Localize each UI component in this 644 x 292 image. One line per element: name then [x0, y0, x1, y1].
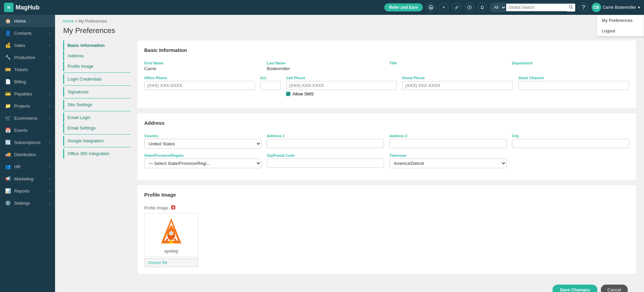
country-select[interactable]: United States Canada United Kingdom Aust…: [144, 139, 261, 149]
first-name-value: Carrie: [144, 66, 261, 71]
office-phone-label: Office Phone: [144, 76, 255, 80]
content-area: Home » My Preferences My Preferences Bas…: [55, 15, 644, 292]
slack-channel-label: Slack Channel: [518, 76, 629, 80]
search-input[interactable]: [506, 4, 567, 11]
zip-label: Zip/Postal Code: [267, 153, 384, 157]
sidebar-item-tickets[interactable]: 🎫 Tickets: [0, 63, 55, 76]
basic-info-row-2: Office Phone Ext. Cell Phone: [144, 76, 629, 96]
sidebar-item-marketing[interactable]: 📢 Marketing ›: [0, 173, 55, 185]
sidebar-item-ecommerce[interactable]: 🛒 Ecommerce ›: [0, 112, 55, 124]
sidebar-item-distribution[interactable]: 🚚 Distribution: [0, 148, 55, 160]
left-nav-site-settings[interactable]: Site Settings: [63, 100, 131, 110]
sidebar-label-home: Home: [14, 19, 26, 24]
left-nav-login-credentials[interactable]: Login Credentials: [63, 74, 131, 84]
left-nav-address[interactable]: Address: [63, 51, 131, 61]
breadcrumb-current: My Preferences: [78, 19, 107, 24]
sidebar-label-subscriptions: Subscriptions: [14, 140, 41, 145]
sidebar-item-billing[interactable]: 📄 Billing: [0, 76, 55, 88]
ext-input[interactable]: [260, 81, 281, 90]
chevron-right-icon: ›: [49, 177, 50, 181]
sidebar-item-home[interactable]: 🏠 Home: [0, 15, 55, 27]
slack-channel-input[interactable]: [518, 81, 629, 90]
sidebar-item-events[interactable]: 📅 Events: [0, 124, 55, 136]
office-phone-input[interactable]: [144, 81, 255, 90]
my-preferences-menu-item[interactable]: My Preferences: [597, 15, 644, 26]
add-icon[interactable]: +: [439, 3, 448, 12]
sidebar-item-reports[interactable]: 📊 Reports ›: [0, 185, 55, 197]
save-changes-button[interactable]: Save Changes: [552, 285, 597, 292]
logout-menu-item[interactable]: Logout: [597, 26, 644, 36]
distribution-icon: 🚚: [5, 152, 11, 157]
address-title: Address: [144, 120, 629, 128]
address2-input[interactable]: [389, 139, 507, 148]
zip-input[interactable]: [267, 158, 384, 168]
bell-icon[interactable]: [478, 3, 487, 12]
allow-sms-row: Allow SMS: [286, 91, 397, 96]
sidebar-item-contacts[interactable]: 👤 Contacts ›: [0, 27, 55, 39]
link-icon[interactable]: 🔗: [452, 3, 461, 12]
left-nav-profile-image[interactable]: Profile Image: [63, 61, 131, 71]
settings-icon: ⚙️: [5, 200, 11, 206]
address2-label: Address 2: [389, 134, 507, 138]
sidebar-label-contacts: Contacts: [14, 31, 31, 36]
search-category-select[interactable]: All: [491, 3, 506, 11]
svg-line-11: [572, 8, 573, 9]
last-name-label: Last Name: [267, 61, 384, 65]
basic-info-title: Basic Information: [144, 47, 629, 56]
left-nav-google-integration[interactable]: Google Integration: [63, 136, 131, 146]
city-group: City: [512, 134, 629, 149]
svg-text:★: ★: [430, 6, 432, 9]
sidebar-item-settings[interactable]: ⚙️ Settings ›: [0, 197, 55, 209]
clock-icon[interactable]: [465, 3, 474, 12]
left-nav-email-settings[interactable]: Email Settings: [63, 123, 131, 133]
timezone-select[interactable]: America/Detroit America/Chicago America/…: [389, 158, 507, 168]
allow-sms-checkbox[interactable]: [286, 92, 290, 96]
chevron-right-icon: ›: [49, 165, 50, 169]
left-nav-basic-info[interactable]: Basic Information: [63, 40, 131, 50]
sidebar-label-events: Events: [14, 128, 28, 133]
department-label: Department: [512, 61, 629, 65]
title-group: Title: [389, 61, 507, 71]
state-label: State/Province/Region: [144, 153, 261, 157]
address1-input[interactable]: [267, 139, 384, 148]
notifications-icon[interactable]: ★: [426, 3, 436, 12]
ext-label: Ext.: [260, 76, 281, 80]
address1-label: Address 1: [267, 134, 384, 138]
chevron-right-icon: ›: [49, 43, 50, 47]
sidebar-item-projects[interactable]: 📁 Projects ›: [0, 100, 55, 112]
city-input[interactable]: [512, 139, 629, 148]
choose-file-button[interactable]: choose file: [144, 258, 198, 267]
breadcrumb-home-link[interactable]: Home: [63, 19, 74, 24]
sidebar-item-sales[interactable]: 💰 Sales ›: [0, 39, 55, 51]
cell-phone-input[interactable]: [286, 81, 397, 90]
sidebar-item-subscriptions[interactable]: 🔄 Subscriptions ›: [0, 136, 55, 148]
refer-earn-button[interactable]: Refer and Earn: [384, 3, 422, 11]
basic-info-section: Basic Information First Name Carrie Last…: [137, 40, 636, 108]
left-nav-email-login[interactable]: Email Login: [63, 113, 131, 122]
left-nav-section-5: Google Integration: [63, 136, 131, 146]
state-select[interactable]: — Select State/Province/Regi...: [144, 158, 261, 168]
home-phone-input[interactable]: [402, 81, 513, 90]
profile-img-label: Profile Image: [144, 206, 168, 210]
left-nav-divider-2: [63, 85, 131, 86]
chevron-right-icon: ›: [49, 141, 50, 144]
user-menu-button[interactable]: CB Carrie Bodenmiller ▾: [592, 3, 640, 12]
logo: M MagHub: [4, 3, 40, 12]
delete-image-button[interactable]: 🗑: [171, 205, 176, 211]
sidebar-label-settings: Settings: [14, 201, 30, 206]
search-button[interactable]: [567, 4, 575, 11]
left-nav-office365[interactable]: Office 365 Integration: [63, 149, 131, 158]
sidebar-label-production: Production: [14, 55, 35, 60]
country-label: Country: [144, 134, 261, 138]
svg-line-8: [469, 7, 470, 8]
left-nav-signatures[interactable]: Signatures: [63, 87, 131, 97]
sidebar-item-payables[interactable]: 💳 Payables ›: [0, 88, 55, 100]
logo-icon: M: [4, 3, 14, 12]
sidebar-item-hr[interactable]: 👥 HR ›: [0, 160, 55, 173]
zip-group: Zip/Postal Code: [267, 153, 384, 168]
sidebar-item-production[interactable]: 🔧 Production ›: [0, 51, 55, 63]
help-button[interactable]: ?: [579, 3, 588, 12]
cancel-button[interactable]: Cancel: [601, 285, 628, 292]
tickets-icon: 🎫: [5, 67, 11, 72]
two-col-layout: Basic Information Address Profile Image …: [55, 40, 644, 292]
